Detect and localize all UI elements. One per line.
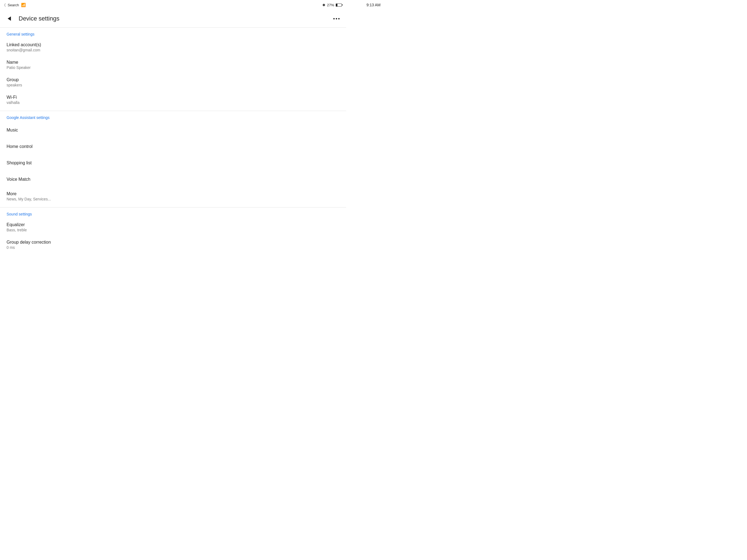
settings-item-group[interactable]: Groupspeakers: [0, 74, 346, 91]
wifi-status-icon: 📶: [21, 3, 26, 7]
more-dots-icon: [333, 18, 340, 19]
settings-item-home-control[interactable]: Home control: [0, 138, 346, 155]
dot1: [333, 18, 335, 19]
section-header-general: General settings: [0, 28, 346, 39]
battery-percent: 27%: [327, 3, 334, 7]
item-title-linked-accounts: Linked account(s): [6, 42, 340, 47]
settings-item-group-delay[interactable]: Group delay correction0 ms: [0, 236, 346, 253]
status-left: 〈 Search 📶: [4, 3, 26, 7]
search-icon: 〈: [4, 3, 5, 7]
item-subtitle-group-delay: 0 ms: [6, 245, 340, 250]
settings-item-wifi[interactable]: Wi-Fivalhalla: [0, 91, 346, 108]
battery-fill: [336, 4, 337, 6]
dot3: [338, 18, 340, 19]
battery-icon: [336, 4, 342, 6]
more-options-button[interactable]: [331, 17, 342, 21]
settings-item-voice-match[interactable]: Voice Match: [0, 171, 346, 187]
item-subtitle-linked-accounts: snoitan@gmail.com: [6, 48, 340, 52]
page-title: Device settings: [19, 15, 59, 22]
settings-item-music[interactable]: Music: [0, 122, 346, 138]
settings-content: General settingsLinked account(s)snoitan…: [0, 28, 346, 253]
item-title-voice-match: Voice Match: [6, 177, 340, 182]
back-arrow-icon: [8, 17, 11, 21]
item-title-group-delay: Group delay correction: [6, 240, 340, 245]
dot2: [336, 18, 337, 19]
search-label: Search: [8, 3, 19, 7]
item-title-equalizer: Equalizer: [6, 222, 340, 227]
item-subtitle-equalizer: Bass, treble: [6, 228, 340, 232]
settings-item-more[interactable]: MoreNews, My Day, Services...: [0, 187, 346, 205]
item-subtitle-group: speakers: [6, 83, 340, 87]
item-title-more: More: [6, 192, 340, 196]
battery-bar: [336, 4, 342, 6]
item-title-home-control: Home control: [6, 144, 340, 149]
settings-item-linked-accounts[interactable]: Linked account(s)snoitan@gmail.com: [0, 39, 346, 56]
item-subtitle-name: Patio Speaker: [6, 65, 340, 70]
item-subtitle-more: News, My Day, Services...: [6, 197, 340, 201]
back-button[interactable]: [4, 14, 14, 24]
settings-item-equalizer[interactable]: EqualizerBass, treble: [0, 219, 346, 236]
item-title-name: Name: [6, 60, 340, 65]
item-subtitle-wifi: valhalla: [6, 100, 340, 105]
section-header-google-assistant: Google Assistant settings: [0, 111, 346, 122]
item-title-shopping-list: Shopping list: [6, 160, 340, 166]
settings-item-name[interactable]: NamePatio Speaker: [0, 56, 346, 74]
item-title-wifi: Wi-Fi: [6, 95, 340, 100]
settings-item-shopping-list[interactable]: Shopping list: [0, 155, 346, 171]
section-header-sound: Sound settings: [0, 207, 346, 219]
status-right: ✱ 27%: [323, 3, 342, 7]
status-bar: 〈 Search 📶 9:13 AM ✱ 27%: [0, 0, 346, 10]
bluetooth-icon: ✱: [323, 3, 325, 7]
item-title-group: Group: [6, 77, 340, 82]
app-bar: Device settings: [0, 10, 346, 27]
item-title-music: Music: [6, 128, 340, 133]
app-bar-left: Device settings: [4, 14, 59, 24]
